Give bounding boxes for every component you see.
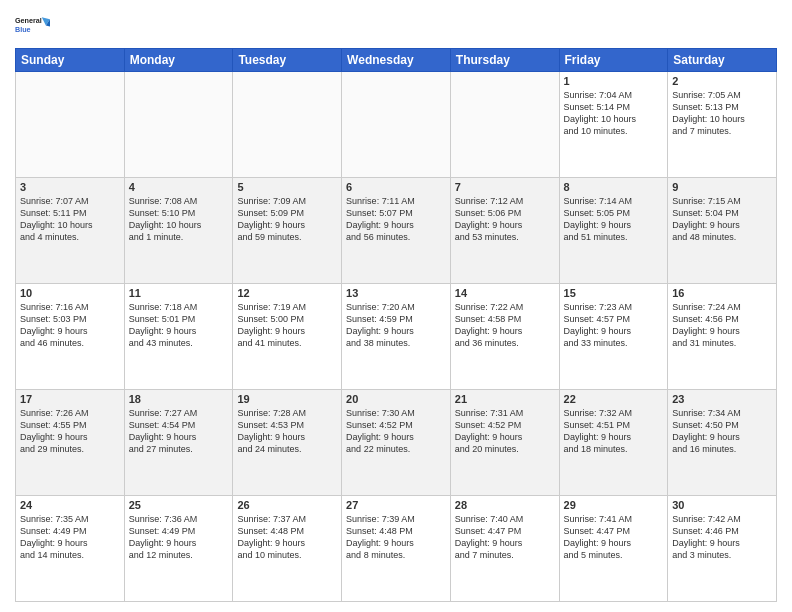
day-info: Sunrise: 7:30 AM Sunset: 4:52 PM Dayligh… — [346, 407, 446, 456]
day-number: 9 — [672, 181, 772, 193]
logo: GeneralBlue — [15, 10, 51, 40]
table-cell: 2Sunrise: 7:05 AM Sunset: 5:13 PM Daylig… — [668, 72, 777, 178]
day-info: Sunrise: 7:37 AM Sunset: 4:48 PM Dayligh… — [237, 513, 337, 562]
day-info: Sunrise: 7:34 AM Sunset: 4:50 PM Dayligh… — [672, 407, 772, 456]
day-number: 25 — [129, 499, 229, 511]
table-cell: 30Sunrise: 7:42 AM Sunset: 4:46 PM Dayli… — [668, 496, 777, 602]
day-number: 2 — [672, 75, 772, 87]
day-number: 18 — [129, 393, 229, 405]
day-info: Sunrise: 7:41 AM Sunset: 4:47 PM Dayligh… — [564, 513, 664, 562]
day-number: 12 — [237, 287, 337, 299]
day-number: 14 — [455, 287, 555, 299]
table-cell: 12Sunrise: 7:19 AM Sunset: 5:00 PM Dayli… — [233, 284, 342, 390]
day-info: Sunrise: 7:14 AM Sunset: 5:05 PM Dayligh… — [564, 195, 664, 244]
day-number: 26 — [237, 499, 337, 511]
table-cell: 7Sunrise: 7:12 AM Sunset: 5:06 PM Daylig… — [450, 178, 559, 284]
week-row-1: 1Sunrise: 7:04 AM Sunset: 5:14 PM Daylig… — [16, 72, 777, 178]
day-number: 29 — [564, 499, 664, 511]
header-wednesday: Wednesday — [342, 49, 451, 72]
week-row-5: 24Sunrise: 7:35 AM Sunset: 4:49 PM Dayli… — [16, 496, 777, 602]
table-cell: 3Sunrise: 7:07 AM Sunset: 5:11 PM Daylig… — [16, 178, 125, 284]
weekday-header-row: Sunday Monday Tuesday Wednesday Thursday… — [16, 49, 777, 72]
day-info: Sunrise: 7:12 AM Sunset: 5:06 PM Dayligh… — [455, 195, 555, 244]
header-thursday: Thursday — [450, 49, 559, 72]
day-number: 10 — [20, 287, 120, 299]
day-info: Sunrise: 7:08 AM Sunset: 5:10 PM Dayligh… — [129, 195, 229, 244]
table-cell: 22Sunrise: 7:32 AM Sunset: 4:51 PM Dayli… — [559, 390, 668, 496]
table-cell: 5Sunrise: 7:09 AM Sunset: 5:09 PM Daylig… — [233, 178, 342, 284]
day-number: 6 — [346, 181, 446, 193]
day-info: Sunrise: 7:22 AM Sunset: 4:58 PM Dayligh… — [455, 301, 555, 350]
logo-icon: GeneralBlue — [15, 10, 51, 40]
table-cell — [16, 72, 125, 178]
day-info: Sunrise: 7:40 AM Sunset: 4:47 PM Dayligh… — [455, 513, 555, 562]
day-number: 24 — [20, 499, 120, 511]
table-cell: 29Sunrise: 7:41 AM Sunset: 4:47 PM Dayli… — [559, 496, 668, 602]
calendar-table: Sunday Monday Tuesday Wednesday Thursday… — [15, 48, 777, 602]
day-info: Sunrise: 7:32 AM Sunset: 4:51 PM Dayligh… — [564, 407, 664, 456]
day-info: Sunrise: 7:36 AM Sunset: 4:49 PM Dayligh… — [129, 513, 229, 562]
header-tuesday: Tuesday — [233, 49, 342, 72]
day-number: 19 — [237, 393, 337, 405]
table-cell: 10Sunrise: 7:16 AM Sunset: 5:03 PM Dayli… — [16, 284, 125, 390]
day-number: 30 — [672, 499, 772, 511]
day-number: 11 — [129, 287, 229, 299]
table-cell: 6Sunrise: 7:11 AM Sunset: 5:07 PM Daylig… — [342, 178, 451, 284]
header-friday: Friday — [559, 49, 668, 72]
table-cell: 16Sunrise: 7:24 AM Sunset: 4:56 PM Dayli… — [668, 284, 777, 390]
day-number: 1 — [564, 75, 664, 87]
day-number: 3 — [20, 181, 120, 193]
table-cell: 8Sunrise: 7:14 AM Sunset: 5:05 PM Daylig… — [559, 178, 668, 284]
day-info: Sunrise: 7:19 AM Sunset: 5:00 PM Dayligh… — [237, 301, 337, 350]
table-cell: 28Sunrise: 7:40 AM Sunset: 4:47 PM Dayli… — [450, 496, 559, 602]
table-cell — [233, 72, 342, 178]
table-cell — [124, 72, 233, 178]
svg-text:General: General — [15, 16, 42, 25]
day-number: 20 — [346, 393, 446, 405]
table-cell: 4Sunrise: 7:08 AM Sunset: 5:10 PM Daylig… — [124, 178, 233, 284]
table-cell: 14Sunrise: 7:22 AM Sunset: 4:58 PM Dayli… — [450, 284, 559, 390]
day-number: 16 — [672, 287, 772, 299]
day-info: Sunrise: 7:15 AM Sunset: 5:04 PM Dayligh… — [672, 195, 772, 244]
day-number: 27 — [346, 499, 446, 511]
table-cell: 13Sunrise: 7:20 AM Sunset: 4:59 PM Dayli… — [342, 284, 451, 390]
day-number: 15 — [564, 287, 664, 299]
table-cell: 9Sunrise: 7:15 AM Sunset: 5:04 PM Daylig… — [668, 178, 777, 284]
day-number: 21 — [455, 393, 555, 405]
day-info: Sunrise: 7:24 AM Sunset: 4:56 PM Dayligh… — [672, 301, 772, 350]
day-number: 7 — [455, 181, 555, 193]
table-cell — [342, 72, 451, 178]
day-info: Sunrise: 7:27 AM Sunset: 4:54 PM Dayligh… — [129, 407, 229, 456]
day-info: Sunrise: 7:20 AM Sunset: 4:59 PM Dayligh… — [346, 301, 446, 350]
day-number: 23 — [672, 393, 772, 405]
table-cell: 20Sunrise: 7:30 AM Sunset: 4:52 PM Dayli… — [342, 390, 451, 496]
header-monday: Monday — [124, 49, 233, 72]
header: GeneralBlue — [15, 10, 777, 40]
day-number: 13 — [346, 287, 446, 299]
table-cell: 21Sunrise: 7:31 AM Sunset: 4:52 PM Dayli… — [450, 390, 559, 496]
table-cell: 18Sunrise: 7:27 AM Sunset: 4:54 PM Dayli… — [124, 390, 233, 496]
day-number: 17 — [20, 393, 120, 405]
week-row-2: 3Sunrise: 7:07 AM Sunset: 5:11 PM Daylig… — [16, 178, 777, 284]
table-cell: 26Sunrise: 7:37 AM Sunset: 4:48 PM Dayli… — [233, 496, 342, 602]
day-info: Sunrise: 7:11 AM Sunset: 5:07 PM Dayligh… — [346, 195, 446, 244]
day-info: Sunrise: 7:09 AM Sunset: 5:09 PM Dayligh… — [237, 195, 337, 244]
day-info: Sunrise: 7:16 AM Sunset: 5:03 PM Dayligh… — [20, 301, 120, 350]
day-number: 4 — [129, 181, 229, 193]
table-cell — [450, 72, 559, 178]
day-number: 8 — [564, 181, 664, 193]
table-cell: 1Sunrise: 7:04 AM Sunset: 5:14 PM Daylig… — [559, 72, 668, 178]
day-info: Sunrise: 7:42 AM Sunset: 4:46 PM Dayligh… — [672, 513, 772, 562]
week-row-3: 10Sunrise: 7:16 AM Sunset: 5:03 PM Dayli… — [16, 284, 777, 390]
day-info: Sunrise: 7:23 AM Sunset: 4:57 PM Dayligh… — [564, 301, 664, 350]
table-cell: 27Sunrise: 7:39 AM Sunset: 4:48 PM Dayli… — [342, 496, 451, 602]
header-sunday: Sunday — [16, 49, 125, 72]
day-number: 5 — [237, 181, 337, 193]
page: GeneralBlue Sunday Monday Tuesday Wednes… — [0, 0, 792, 612]
day-info: Sunrise: 7:39 AM Sunset: 4:48 PM Dayligh… — [346, 513, 446, 562]
day-info: Sunrise: 7:35 AM Sunset: 4:49 PM Dayligh… — [20, 513, 120, 562]
day-info: Sunrise: 7:26 AM Sunset: 4:55 PM Dayligh… — [20, 407, 120, 456]
table-cell: 15Sunrise: 7:23 AM Sunset: 4:57 PM Dayli… — [559, 284, 668, 390]
day-info: Sunrise: 7:31 AM Sunset: 4:52 PM Dayligh… — [455, 407, 555, 456]
header-saturday: Saturday — [668, 49, 777, 72]
